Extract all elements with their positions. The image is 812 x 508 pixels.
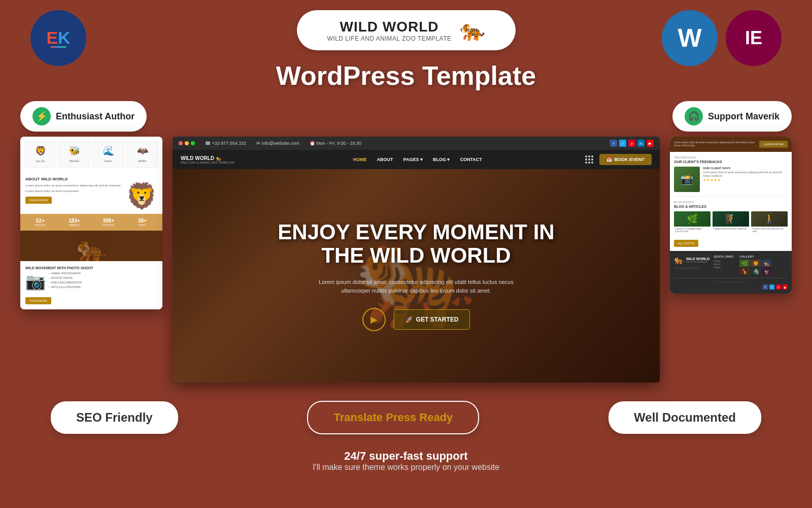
learn-more-button[interactable]: LEARN MORE bbox=[759, 141, 788, 148]
footer-tagline: WILD LIFE & ANIMALS bbox=[686, 261, 709, 263]
blog-card-image-1: 🌿 bbox=[674, 211, 710, 227]
stat-animals-number: 183+ bbox=[58, 218, 90, 224]
about-text: Lorem ipsum dolor sit amet consectetur a… bbox=[25, 183, 122, 187]
hero-buttons: ▶ 🚀 GET STARTED bbox=[278, 308, 554, 331]
lightning-icon: ⚡ bbox=[32, 107, 51, 125]
nav-logo-sub: WILD LIFE & ANIMAL ZOO TEMPLATE bbox=[181, 161, 234, 164]
nav-home[interactable]: HOME bbox=[353, 157, 367, 162]
wave-icon: 🌊 bbox=[95, 145, 122, 156]
hero-section: 🐅 ENJOY EVERY MOMENT IN THE WILD WORLD L… bbox=[173, 169, 660, 383]
photo-section: WILD MOVEMENT WITH PHOTO SHOOT 📷 ANIMAL … bbox=[20, 261, 162, 309]
blog-card-1: 🌿 JOURNEY TO ANIMAL BABY COLLECTION bbox=[674, 211, 710, 234]
center-title-box: WILD WORLD WILD LIFE AND ANIMAL ZOO TEMP… bbox=[297, 10, 516, 50]
facebook-icon: f bbox=[610, 140, 617, 147]
read-more-button[interactable]: READ MORE bbox=[25, 197, 52, 204]
footer-col-gallery: GALLERY 🌿 🦁 🐅 🦒 🦓 🦅 bbox=[739, 255, 772, 275]
hero-title-line1: ENJOY EVERY MOMENT IN bbox=[278, 220, 554, 244]
footer-pt: p bbox=[776, 284, 781, 290]
grid-menu-icon[interactable] bbox=[585, 155, 593, 164]
stat-staff: 38+ STAFF bbox=[126, 218, 158, 227]
photo-item-1: ANIMAL PHOTOGRAPHY bbox=[49, 272, 157, 275]
blog-card-2: 🧗 FEMALE ADVENTURER CHAPTER bbox=[713, 211, 749, 234]
footer-logo: 🐅 WILD WORLD WILD LIFE & ANIMALS bbox=[674, 255, 709, 265]
browser-bar: ☎ +33 877 554 332 ✉ info@website.com ⏰ M… bbox=[173, 137, 660, 150]
play-button[interactable]: ▶ bbox=[362, 308, 386, 331]
stat-species-number: 52+ bbox=[24, 218, 56, 224]
view-more-button[interactable]: VIEW MORE bbox=[25, 297, 51, 304]
footer-img-3: 🐅 bbox=[762, 260, 772, 267]
wordpress-badge: W bbox=[662, 10, 718, 66]
photo-item-4: ARTS & ILLUSTRATIONS bbox=[49, 285, 157, 289]
wordpress-icon: W bbox=[678, 23, 701, 53]
hero-subtitle: Lorem ipsum dolor sit amet, consectetur … bbox=[315, 278, 518, 296]
footer-copyright: © Copyright 2023. All right reserved. bbox=[674, 278, 788, 283]
photo-item-3: VIDEO DOCUMENTATION bbox=[49, 281, 157, 284]
main-content: 🦁 Zoo Life 🐝 Wild Bee 🌊 Nature 🦇 Wildlif… bbox=[0, 137, 812, 383]
nav-links: HOME ABOUT PAGES ▾ BLOG ▾ CONTACT bbox=[250, 157, 586, 162]
stat-species: 52+ SPECIES bbox=[24, 218, 56, 227]
blog-card-text-1: JOURNEY TO ANIMAL BABY COLLECTION bbox=[674, 227, 710, 234]
tiger-icon: 🐅 bbox=[460, 18, 485, 42]
footer-tiger-icon: 🐅 bbox=[674, 255, 684, 265]
about-text-2: Lorem ipsum dolor sit amet consectetur. bbox=[25, 189, 122, 193]
youtube-icon: ▶ bbox=[647, 140, 654, 147]
blog-card-text-3: TOURIST WITH ZOO AFTER THE VISIT bbox=[751, 227, 788, 234]
hero-title-line2: THE WILD WORLD bbox=[278, 244, 554, 267]
center-screenshot: ☎ +33 877 554 332 ✉ info@website.com ⏰ M… bbox=[173, 137, 660, 383]
icon-cell-wave: 🌊 Nature bbox=[92, 141, 124, 168]
photo-items: ANIMAL PHOTOGRAPHY ARTISTIC DIGITAL VIDE… bbox=[49, 272, 157, 291]
support-section: 24/7 super-fast support I'll make sure t… bbox=[0, 444, 812, 477]
website-nav: WILD WORLD 🐅 WILD LIFE & ANIMAL ZOO TEMP… bbox=[173, 150, 660, 169]
support-label: Support Maverik bbox=[708, 111, 780, 122]
footer-about-text: Lorem ipsum dolor sit amet. bbox=[674, 267, 709, 269]
hero-content: ENJOY EVERY MOMENT IN THE WILD WORLD Lor… bbox=[278, 220, 554, 331]
all-posts-button[interactable]: ALL POSTS bbox=[674, 240, 698, 247]
nav-contact[interactable]: CONTACT bbox=[460, 157, 482, 162]
stat-staff-label: STAFF bbox=[126, 224, 158, 227]
headphone-icon: 🎧 bbox=[685, 107, 703, 125]
right-banner-text: Lorem ipsum dolor sit amet consectetur a… bbox=[674, 141, 756, 148]
feedback-content: 📸 OUR CLIENT SAYS Lorem ipsum dolor sit … bbox=[674, 167, 788, 192]
support-badge: 🎧 Support Maverik bbox=[672, 101, 792, 132]
elementor-icon: IE bbox=[745, 27, 762, 49]
feedback-title: OUR CLIENT'S FEEDBACKS bbox=[674, 160, 788, 164]
footer-img-4: 🦒 bbox=[739, 268, 750, 275]
tiger-background-section bbox=[20, 231, 162, 261]
blog-title: BLOG & ARTICLES bbox=[674, 205, 788, 208]
stat-visitors-label: VISITORS bbox=[92, 224, 124, 227]
close-dot bbox=[179, 141, 183, 145]
get-started-button[interactable]: 🚀 GET STARTED bbox=[394, 309, 470, 330]
nav-blog[interactable]: BLOG ▾ bbox=[433, 157, 450, 162]
site-sub-title: WILD LIFE AND ANIMAL ZOO TEMPLATE bbox=[327, 35, 452, 42]
photo-title: WILD MOVEMENT WITH PHOTO SHOOT bbox=[25, 266, 157, 270]
blog-card-image-2: 🧗 bbox=[713, 211, 749, 227]
stat-animals: 183+ ANIMALS bbox=[58, 218, 90, 227]
book-event-button[interactable]: 📅 BOOK EVENT bbox=[599, 154, 652, 165]
blog-grid: 🌿 JOURNEY TO ANIMAL BABY COLLECTION 🧗 FE… bbox=[674, 211, 788, 234]
testimonials-label: TESTIMONIALS bbox=[674, 156, 788, 159]
elementor-badge: IE bbox=[726, 10, 782, 66]
support-subtitle: I'll make sure theme works properly on y… bbox=[5, 463, 807, 472]
stat-visitors: 398+ VISITORS bbox=[92, 218, 124, 227]
nav-logo-text: WILD WORLD 🐅 bbox=[181, 155, 234, 161]
footer-columns: QUICK LINKS Home About Pages GALLERY 🌿 🦁… bbox=[714, 255, 788, 275]
nav-about[interactable]: ABOUT bbox=[377, 157, 393, 162]
about-section: ABOUT WILD WORLD Lorem ipsum dolor sit a… bbox=[20, 172, 162, 214]
footer-images: 🌿 🦁 🐅 🦒 🦓 🦅 bbox=[739, 260, 772, 275]
stat-animals-label: ANIMALS bbox=[58, 224, 90, 227]
translate-press-badge: Translate Press Ready bbox=[307, 401, 479, 434]
maximize-dot bbox=[191, 141, 195, 145]
browser-dots bbox=[179, 141, 195, 145]
footer-col-quick: QUICK LINKS Home About Pages bbox=[714, 255, 733, 275]
well-documented-badge: Well Documented bbox=[608, 401, 761, 434]
pinterest-icon: p bbox=[628, 140, 635, 147]
footer-quick-links-title: QUICK LINKS bbox=[714, 255, 733, 258]
photo-item-2: ARTISTIC DIGITAL bbox=[49, 276, 157, 279]
site-main-title: WILD WORLD bbox=[327, 19, 452, 35]
hours-info: ⏰ Mon - Fri: 9:00 - 18:30 bbox=[310, 141, 362, 146]
hero-title: ENJOY EVERY MOMENT IN THE WILD WORLD bbox=[278, 220, 554, 267]
nav-pages[interactable]: PAGES ▾ bbox=[403, 157, 423, 162]
footer-img-2: 🦁 bbox=[751, 260, 761, 267]
bottom-features: SEO Friendly Translate Press Ready Well … bbox=[0, 391, 812, 444]
feedback-section: TESTIMONIALS OUR CLIENT'S FEEDBACKS 📸 OU… bbox=[670, 152, 792, 196]
